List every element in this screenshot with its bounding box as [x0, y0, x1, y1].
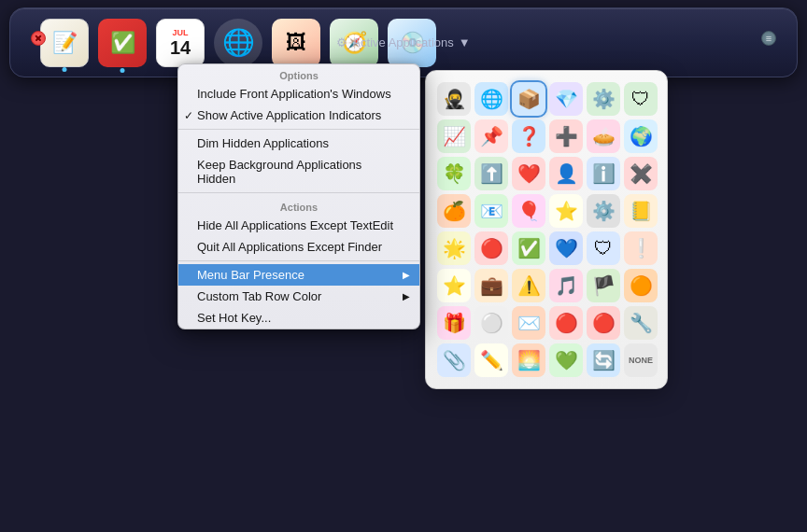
divider-2: [178, 192, 419, 193]
grid-icon[interactable]: 🌐: [474, 82, 508, 116]
menu-item-set-hotkey[interactable]: Set Hot Key...: [178, 307, 419, 329]
settings-button[interactable]: ≡: [761, 31, 776, 46]
grid-icon[interactable]: ⚠️: [512, 269, 545, 302]
menu-item-label: Include Front Application's Windows: [197, 87, 391, 101]
grid-icon[interactable]: ⬆️: [474, 157, 508, 190]
menu-item-dim-hidden[interactable]: Dim Hidden Applications: [178, 133, 419, 154]
icon-grid: 🥷 🌐 📦 💎 ⚙️ 🛡 📈 📌 ❓ ➕ 🥧 🌍 🍀 ⬆️ ❤️ 👤 ℹ️ ✖️…: [437, 82, 656, 377]
grid-icon[interactable]: ❓: [512, 119, 545, 153]
grid-icon[interactable]: 💚: [549, 343, 583, 377]
grid-icon[interactable]: 🏴: [587, 269, 620, 302]
menu-item-label: Show Active Application Indicators: [197, 108, 381, 122]
menu-item-label: Dim Hidden Applications: [197, 136, 329, 150]
grid-icon[interactable]: 📈: [437, 119, 471, 153]
grid-icon[interactable]: 🎁: [437, 306, 471, 340]
grid-icon[interactable]: 💼: [474, 269, 508, 302]
divider-3: [178, 260, 419, 261]
grid-icon-selected[interactable]: 📦: [512, 82, 545, 116]
grid-icon[interactable]: 🟠: [624, 269, 658, 302]
grid-icon[interactable]: 🍀: [437, 157, 471, 190]
grid-icon[interactable]: 📎: [437, 343, 471, 377]
dock-title: ⚙ Active Applications ▼: [336, 35, 470, 49]
grid-icon[interactable]: ⭐: [549, 194, 583, 228]
grid-icon[interactable]: ❕: [624, 231, 658, 265]
grid-icon[interactable]: 🌟: [437, 231, 471, 265]
gear-icon: ⚙: [336, 35, 347, 49]
grid-icon[interactable]: 📧: [474, 194, 508, 228]
grid-icon[interactable]: ✅: [512, 231, 545, 265]
menu-item-include-front[interactable]: Include Front Application's Windows: [178, 83, 419, 105]
title-text: Active Applications: [352, 35, 453, 49]
menu-item-show-indicators[interactable]: Show Active Application Indicators: [178, 105, 419, 126]
close-button[interactable]: [31, 31, 46, 46]
grid-icon[interactable]: ✏️: [474, 343, 508, 377]
grid-icon[interactable]: ✖️: [624, 157, 658, 190]
grid-icon[interactable]: 🛡: [624, 82, 658, 116]
chevron-down-icon: ▼: [459, 35, 471, 49]
divider-1: [178, 129, 419, 130]
grid-icon[interactable]: 🍊: [437, 194, 471, 228]
grid-icon[interactable]: ⚙️: [587, 194, 620, 228]
grid-icon-none[interactable]: NONE: [624, 343, 658, 377]
grid-icon[interactable]: 💙: [549, 231, 583, 265]
grid-icon[interactable]: 🥧: [587, 119, 620, 153]
grid-icon[interactable]: 🔴: [549, 306, 583, 340]
menu-item-hide-all[interactable]: Hide All Applications Except TextEdit: [178, 215, 419, 236]
grid-icon[interactable]: ⭐: [437, 269, 471, 302]
grid-icon[interactable]: 🔴: [474, 231, 508, 265]
grid-icon[interactable]: 💎: [549, 82, 583, 116]
grid-icon[interactable]: 🛡: [587, 231, 620, 265]
grid-icon[interactable]: ➕: [549, 119, 583, 153]
grid-icon[interactable]: 🔴: [587, 306, 620, 340]
menu-item-keep-hidden[interactable]: Keep Background Applications Hidden: [178, 154, 419, 189]
menu-item-custom-tab-color[interactable]: Custom Tab Row Color: [178, 286, 419, 307]
grid-icon[interactable]: 🥷: [437, 82, 471, 116]
dock-icon-picture[interactable]: 🖼: [272, 19, 320, 67]
menu-item-menu-bar-presence[interactable]: Menu Bar Presence: [178, 264, 419, 286]
menu-item-label: Hide All Applications Except TextEdit: [197, 218, 393, 232]
dock-selected-app[interactable]: 🌐: [214, 19, 262, 67]
grid-icon[interactable]: 🎵: [549, 269, 583, 302]
grid-icon[interactable]: 🌅: [512, 343, 545, 377]
settings-gear-icon: ≡: [766, 33, 772, 44]
menu-item-label: Quit All Applications Except Finder: [197, 240, 382, 254]
grid-icon[interactable]: ⚪: [474, 306, 508, 340]
dock-icon-calendar[interactable]: JUL 14: [156, 19, 205, 67]
icon-panel: 🥷 🌐 📦 💎 ⚙️ 🛡 📈 📌 ❓ ➕ 🥧 🌍 🍀 ⬆️ ❤️ 👤 ℹ️ ✖️…: [425, 70, 668, 389]
menu-item-label: Custom Tab Row Color: [197, 289, 321, 303]
grid-icon[interactable]: ⚙️: [587, 82, 620, 116]
options-header: Options: [178, 64, 419, 83]
grid-icon[interactable]: 👤: [549, 157, 583, 190]
grid-icon[interactable]: 🎈: [512, 194, 545, 228]
grid-icon[interactable]: ✉️: [512, 306, 545, 340]
grid-icon[interactable]: 📌: [474, 119, 508, 153]
grid-icon[interactable]: 🔄: [587, 343, 620, 377]
dock-icon-notepad[interactable]: 📝: [40, 19, 89, 67]
actions-header: Actions: [178, 196, 419, 215]
menu-item-label: Keep Background Applications Hidden: [197, 158, 401, 186]
grid-icon[interactable]: 🌍: [624, 119, 658, 153]
grid-icon[interactable]: 🔧: [624, 306, 658, 340]
grid-icon[interactable]: 📒: [624, 194, 658, 228]
menu-item-quit-all[interactable]: Quit All Applications Except Finder: [178, 236, 419, 258]
grid-icon[interactable]: ❤️: [512, 157, 545, 190]
menu-item-label: Menu Bar Presence: [197, 268, 304, 282]
dock-icon-task[interactable]: ✅: [98, 19, 147, 67]
grid-icon[interactable]: ℹ️: [587, 157, 620, 190]
dropdown-menu: Options Include Front Application's Wind…: [177, 63, 420, 329]
menu-item-label: Set Hot Key...: [197, 311, 271, 325]
